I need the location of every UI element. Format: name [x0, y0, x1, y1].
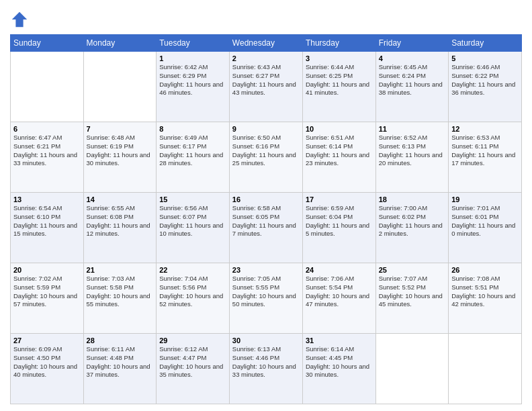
day-info: Sunrise: 6:59 AM Sunset: 6:04 PM Dayligh… [306, 204, 373, 238]
day-number: 9 [232, 125, 300, 133]
calendar-header-friday: Friday [375, 35, 448, 52]
calendar-cell: 18Sunrise: 7:00 AM Sunset: 6:02 PM Dayli… [375, 193, 448, 263]
calendar-header-monday: Monday [83, 35, 157, 52]
calendar-cell: 29Sunrise: 6:12 AM Sunset: 4:47 PM Dayli… [157, 334, 230, 404]
calendar-cell: 9Sunrise: 6:50 AM Sunset: 6:16 PM Daylig… [229, 122, 302, 193]
day-number: 14 [87, 195, 154, 203]
day-number: 20 [13, 266, 81, 274]
calendar-cell: 16Sunrise: 6:58 AM Sunset: 6:05 PM Dayli… [229, 193, 302, 263]
calendar-cell: 8Sunrise: 6:49 AM Sunset: 6:17 PM Daylig… [157, 122, 230, 193]
calendar-week-row: 27Sunrise: 6:09 AM Sunset: 4:50 PM Dayli… [11, 334, 522, 404]
calendar-header-sunday: Sunday [11, 35, 84, 52]
day-number: 31 [306, 336, 373, 345]
calendar-week-row: 1Sunrise: 6:42 AM Sunset: 6:29 PM Daylig… [11, 52, 522, 122]
calendar-cell: 22Sunrise: 7:04 AM Sunset: 5:56 PM Dayli… [157, 263, 230, 334]
calendar-header-row: SundayMondayTuesdayWednesdayThursdayFrid… [11, 35, 522, 52]
day-number: 29 [159, 336, 226, 345]
calendar-cell: 6Sunrise: 6:47 AM Sunset: 6:21 PM Daylig… [11, 122, 84, 193]
day-info: Sunrise: 7:01 AM Sunset: 6:01 PM Dayligh… [451, 204, 519, 238]
header [10, 10, 522, 29]
day-number: 10 [306, 125, 373, 133]
logo-icon [10, 10, 29, 29]
day-number: 5 [451, 54, 519, 62]
day-info: Sunrise: 6:13 AM Sunset: 4:46 PM Dayligh… [232, 345, 300, 379]
day-number: 16 [232, 195, 300, 203]
day-number: 24 [306, 266, 373, 274]
day-info: Sunrise: 6:42 AM Sunset: 6:29 PM Dayligh… [159, 63, 226, 97]
day-info: Sunrise: 6:45 AM Sunset: 6:24 PM Dayligh… [379, 63, 445, 97]
day-number: 23 [232, 266, 300, 274]
day-number: 11 [379, 125, 445, 133]
svg-marker-0 [12, 12, 27, 27]
day-number: 12 [451, 125, 519, 133]
calendar-header-saturday: Saturday [449, 35, 522, 52]
calendar-cell: 25Sunrise: 7:07 AM Sunset: 5:52 PM Dayli… [375, 263, 448, 334]
calendar-cell [375, 334, 448, 404]
day-info: Sunrise: 6:46 AM Sunset: 6:22 PM Dayligh… [451, 63, 519, 97]
day-number: 13 [13, 195, 81, 203]
day-number: 6 [13, 125, 81, 133]
day-number: 17 [306, 195, 373, 203]
day-number: 4 [379, 54, 445, 62]
calendar-cell: 20Sunrise: 7:02 AM Sunset: 5:59 PM Dayli… [11, 263, 84, 334]
calendar-cell [11, 52, 84, 122]
page: SundayMondayTuesdayWednesdayThursdayFrid… [0, 0, 532, 411]
day-info: Sunrise: 7:05 AM Sunset: 5:55 PM Dayligh… [232, 275, 300, 309]
day-info: Sunrise: 6:52 AM Sunset: 6:13 PM Dayligh… [379, 134, 445, 168]
calendar-cell: 27Sunrise: 6:09 AM Sunset: 4:50 PM Dayli… [11, 334, 84, 404]
calendar-cell [83, 52, 157, 122]
calendar-cell: 28Sunrise: 6:11 AM Sunset: 4:48 PM Dayli… [83, 334, 157, 404]
day-info: Sunrise: 6:09 AM Sunset: 4:50 PM Dayligh… [13, 345, 81, 379]
calendar-cell: 30Sunrise: 6:13 AM Sunset: 4:46 PM Dayli… [229, 334, 302, 404]
calendar-header-wednesday: Wednesday [229, 35, 302, 52]
day-info: Sunrise: 6:56 AM Sunset: 6:07 PM Dayligh… [159, 204, 226, 238]
calendar-week-row: 20Sunrise: 7:02 AM Sunset: 5:59 PM Dayli… [11, 263, 522, 334]
day-info: Sunrise: 6:48 AM Sunset: 6:19 PM Dayligh… [87, 134, 154, 168]
day-number: 27 [13, 336, 81, 345]
day-number: 26 [451, 266, 519, 274]
day-info: Sunrise: 6:53 AM Sunset: 6:11 PM Dayligh… [451, 134, 519, 168]
calendar-cell: 4Sunrise: 6:45 AM Sunset: 6:24 PM Daylig… [375, 52, 448, 122]
day-number: 3 [306, 54, 373, 62]
calendar-cell: 2Sunrise: 6:43 AM Sunset: 6:27 PM Daylig… [229, 52, 302, 122]
calendar-cell: 7Sunrise: 6:48 AM Sunset: 6:19 PM Daylig… [83, 122, 157, 193]
calendar-cell: 15Sunrise: 6:56 AM Sunset: 6:07 PM Dayli… [157, 193, 230, 263]
day-number: 18 [379, 195, 445, 203]
day-info: Sunrise: 7:02 AM Sunset: 5:59 PM Dayligh… [13, 275, 81, 309]
day-number: 25 [379, 266, 445, 274]
calendar-week-row: 13Sunrise: 6:54 AM Sunset: 6:10 PM Dayli… [11, 193, 522, 263]
calendar-cell: 3Sunrise: 6:44 AM Sunset: 6:25 PM Daylig… [302, 52, 375, 122]
day-info: Sunrise: 6:11 AM Sunset: 4:48 PM Dayligh… [87, 345, 154, 379]
day-number: 28 [87, 336, 154, 345]
day-number: 7 [87, 125, 154, 133]
calendar-cell [449, 334, 522, 404]
day-info: Sunrise: 7:00 AM Sunset: 6:02 PM Dayligh… [379, 204, 445, 238]
calendar-table: SundayMondayTuesdayWednesdayThursdayFrid… [10, 34, 522, 404]
day-info: Sunrise: 6:47 AM Sunset: 6:21 PM Dayligh… [13, 134, 81, 168]
calendar-cell: 21Sunrise: 7:03 AM Sunset: 5:58 PM Dayli… [83, 263, 157, 334]
calendar-cell: 23Sunrise: 7:05 AM Sunset: 5:55 PM Dayli… [229, 263, 302, 334]
day-info: Sunrise: 6:50 AM Sunset: 6:16 PM Dayligh… [232, 134, 300, 168]
day-info: Sunrise: 7:03 AM Sunset: 5:58 PM Dayligh… [87, 275, 154, 309]
calendar-cell: 13Sunrise: 6:54 AM Sunset: 6:10 PM Dayli… [11, 193, 84, 263]
day-number: 19 [451, 195, 519, 203]
calendar-cell: 14Sunrise: 6:55 AM Sunset: 6:08 PM Dayli… [83, 193, 157, 263]
calendar-cell: 31Sunrise: 6:14 AM Sunset: 4:45 PM Dayli… [302, 334, 375, 404]
day-info: Sunrise: 7:04 AM Sunset: 5:56 PM Dayligh… [159, 275, 226, 309]
day-number: 15 [159, 195, 226, 203]
calendar-header-tuesday: Tuesday [157, 35, 230, 52]
calendar-cell: 5Sunrise: 6:46 AM Sunset: 6:22 PM Daylig… [449, 52, 522, 122]
day-info: Sunrise: 6:12 AM Sunset: 4:47 PM Dayligh… [159, 345, 226, 379]
calendar-cell: 17Sunrise: 6:59 AM Sunset: 6:04 PM Dayli… [302, 193, 375, 263]
day-info: Sunrise: 6:14 AM Sunset: 4:45 PM Dayligh… [306, 345, 373, 379]
day-info: Sunrise: 7:08 AM Sunset: 5:51 PM Dayligh… [451, 275, 519, 309]
day-info: Sunrise: 6:54 AM Sunset: 6:10 PM Dayligh… [13, 204, 81, 238]
day-info: Sunrise: 6:58 AM Sunset: 6:05 PM Dayligh… [232, 204, 300, 238]
day-number: 8 [159, 125, 226, 133]
calendar-cell: 11Sunrise: 6:52 AM Sunset: 6:13 PM Dayli… [375, 122, 448, 193]
day-number: 22 [159, 266, 226, 274]
calendar-cell: 26Sunrise: 7:08 AM Sunset: 5:51 PM Dayli… [449, 263, 522, 334]
day-info: Sunrise: 6:44 AM Sunset: 6:25 PM Dayligh… [306, 63, 373, 97]
logo [10, 10, 32, 29]
day-info: Sunrise: 6:49 AM Sunset: 6:17 PM Dayligh… [159, 134, 226, 168]
